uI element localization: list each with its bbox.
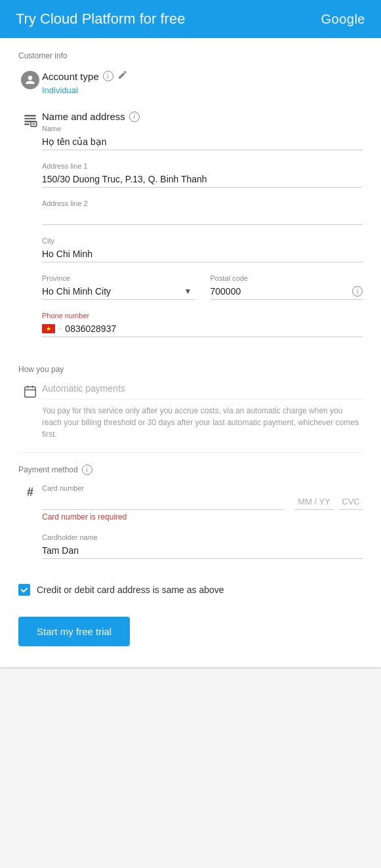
vn-star: ★ [46, 326, 51, 332]
card-number-label: Card number [42, 484, 363, 492]
card-extras: MM / YY CVC [294, 494, 363, 510]
customer-info-label: Customer info [18, 51, 363, 60]
account-type-section: Account type i Individual [18, 70, 363, 95]
svg-rect-3 [25, 387, 36, 398]
main-content: Customer info Account type i Individual [0, 38, 381, 667]
start-trial-button[interactable]: Start my free trial [18, 617, 130, 646]
phone-number: 0836028937 [65, 323, 116, 334]
phone-wrapper: ★ · 0836028937 [42, 321, 363, 337]
payment-method-info-icon[interactable]: i [82, 465, 92, 475]
name-address-body: Name and address i Name Address line 1 A… [42, 111, 363, 349]
phone-label: Phone number [42, 312, 363, 320]
card-number-input[interactable] [42, 493, 284, 510]
same-address-checkbox[interactable] [18, 584, 30, 596]
name-field: Name [42, 125, 363, 150]
card-number-field: Card number MM / YY CVC Card number is r… [42, 484, 363, 522]
cardholder-input[interactable] [42, 543, 363, 559]
account-type-value: Individual [42, 85, 363, 95]
city-field: City [42, 237, 363, 262]
header: Try Cloud Platform for free Google [0, 0, 381, 38]
name-address-header: Name and address i [42, 111, 363, 122]
card-number-row: MM / YY CVC [42, 493, 363, 510]
name-label: Name [42, 125, 363, 133]
name-address-section: Name and address i Name Address line 1 A… [18, 111, 363, 349]
google-logo: Google [321, 12, 366, 27]
name-address-icon [18, 112, 42, 129]
how-you-pay-row: Automatic payments You pay for this serv… [18, 383, 363, 440]
address2-label: Address line 2 [42, 199, 363, 207]
postal-info-icon[interactable]: i [352, 286, 363, 297]
account-type-header: Account type i [42, 70, 363, 83]
divider-1 [18, 452, 363, 453]
postal-field: Postal code i [211, 274, 363, 300]
address2-field: Address line 2 [42, 199, 363, 225]
account-type-title: Account type [42, 71, 99, 82]
name-address-title: Name and address [42, 111, 125, 122]
postal-input[interactable] [211, 283, 349, 299]
how-you-pay-body: Automatic payments You pay for this serv… [42, 383, 363, 440]
province-postal-row: Province Ho Chi Minh City Hanoi Da Nang … [42, 274, 363, 300]
payment-method-text: Payment method [18, 465, 78, 474]
province-field: Province Ho Chi Minh City Hanoi Da Nang … [42, 274, 195, 300]
phone-field: Phone number ★ · 0836028937 [42, 312, 363, 337]
hash-symbol: # [27, 486, 33, 499]
address1-field: Address line 1 [42, 162, 363, 188]
payment-method-body: Card number MM / YY CVC Card number is r… [42, 484, 363, 571]
calendar-icon [18, 384, 42, 399]
cardholder-field: Cardholder name [42, 533, 363, 559]
province-label: Province [42, 274, 195, 282]
province-select[interactable]: Ho Chi Minh City Hanoi Da Nang [42, 283, 195, 299]
province-select-wrapper: Ho Chi Minh City Hanoi Da Nang ▼ [42, 283, 195, 300]
cardholder-label: Cardholder name [42, 533, 363, 541]
header-title: Try Cloud Platform for free [16, 10, 185, 28]
card-hash-icon: # [18, 486, 42, 499]
how-you-pay-label: How you pay [18, 365, 363, 374]
payment-method-row: # Card number MM / YY CVC Card number is… [18, 484, 363, 571]
payment-method-label: Payment method i [18, 465, 363, 475]
same-address-label: Credit or debit card address is same as … [37, 585, 224, 595]
card-cvc[interactable]: CVC [339, 494, 363, 510]
city-label: City [42, 237, 363, 245]
city-input[interactable] [42, 246, 363, 262]
postal-label: Postal code [211, 274, 363, 282]
postal-wrapper: i [211, 283, 363, 300]
address2-input[interactable] [42, 209, 363, 225]
account-type-edit-icon[interactable] [117, 70, 128, 83]
account-type-info-icon[interactable]: i [103, 71, 113, 81]
account-type-body: Account type i Individual [42, 70, 363, 95]
address1-label: Address line 1 [42, 162, 363, 170]
same-address-row: Credit or debit card address is same as … [18, 584, 363, 596]
vn-flag-icon: ★ [42, 324, 55, 333]
name-input[interactable] [42, 134, 363, 150]
card-error-text: Card number is required [42, 512, 363, 522]
auto-payments-label: Automatic payments [42, 383, 363, 400]
person-icon [21, 71, 39, 89]
card-mm-yy[interactable]: MM / YY [294, 494, 334, 510]
name-address-info-icon[interactable]: i [129, 112, 140, 122]
address1-input[interactable] [42, 171, 363, 188]
auto-payments-desc: You pay for this service only after you … [42, 405, 363, 440]
phone-separator: · [59, 324, 61, 333]
vn-flag: ★ [42, 324, 55, 333]
account-type-icon [18, 71, 42, 89]
page-container: Try Cloud Platform for free Google Custo… [0, 0, 381, 667]
